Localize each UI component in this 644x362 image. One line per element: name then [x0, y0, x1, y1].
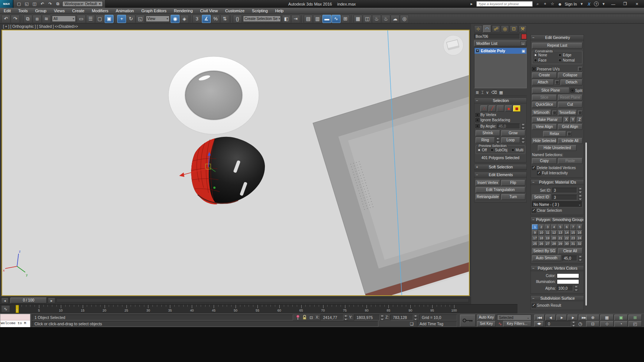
vertex-color-swatch[interactable]: [557, 273, 579, 278]
next-frame-button[interactable]: |▶: [568, 315, 578, 320]
listener-line[interactable]: Welcome to M: [0, 320, 30, 327]
frame-field-spinner[interactable]: [572, 321, 576, 327]
full-interactivity-checkbox[interactable]: [537, 171, 541, 175]
smoothing-group-32[interactable]: 32: [576, 241, 582, 246]
play-animation-button[interactable]: ▶: [556, 315, 567, 320]
smoothing-group-5[interactable]: 5: [558, 224, 564, 230]
render-in-cloud-icon[interactable]: ☁: [391, 15, 400, 23]
smoothing-group-25[interactable]: 25: [532, 241, 538, 246]
object-name-field[interactable]: Box706: [474, 34, 520, 39]
smoothing-group-20[interactable]: 20: [551, 236, 557, 241]
select-by-sg-button[interactable]: Select By SG: [532, 248, 557, 254]
named-selection-sets-dropdown[interactable]: Create Selection Se▾: [243, 16, 281, 22]
delete-isolated-vertices-checkbox[interactable]: [532, 166, 536, 170]
zoom-extents-all-button[interactable]: ⊞: [628, 315, 642, 320]
hide-selected-button[interactable]: Hide Selected: [532, 138, 557, 144]
shrink-button[interactable]: Shrink: [476, 130, 500, 136]
tab-create[interactable]: ⊹: [474, 25, 482, 33]
spinner-snap-toggle-icon[interactable]: ⇅: [220, 15, 229, 23]
smoothing-group-19[interactable]: 19: [545, 236, 551, 241]
macro-recorder-line[interactable]: [0, 314, 30, 320]
clear-selection-checkbox[interactable]: [532, 209, 536, 213]
preview-multi-radio[interactable]: [511, 148, 515, 152]
configure-modifier-sets-icon[interactable]: ▦: [499, 90, 503, 95]
retriangulate-button[interactable]: Retriangulate: [476, 194, 500, 200]
set-id-field[interactable]: 3: [552, 188, 577, 193]
view-align-button[interactable]: View Align: [532, 124, 557, 130]
chevron-down-icon[interactable]: ▾: [601, 1, 606, 6]
ignore-backfacing-checkbox[interactable]: [476, 118, 479, 122]
smoothing-group-2[interactable]: 2: [538, 224, 544, 230]
turn-button[interactable]: Turn: [501, 194, 526, 200]
menu-graph-editors[interactable]: Graph Editors: [138, 8, 170, 14]
tab-utilities[interactable]: ⚒: [519, 25, 527, 33]
y-coordinate-spinner[interactable]: [380, 315, 384, 320]
rollout-header-selection[interactable]: Selection: [474, 98, 526, 103]
rollout-header-smoothing-groups[interactable]: Polygon: Smoothing Groups: [531, 217, 584, 223]
set-key-button[interactable]: Set Key: [477, 321, 496, 327]
rollout-header-soft-selection[interactable]: Soft Selection: [474, 164, 526, 170]
use-pivot-point-center-icon[interactable]: ◉: [171, 15, 180, 23]
tab-motion[interactable]: ◎: [501, 25, 509, 33]
smoothing-group-16[interactable]: 16: [576, 230, 582, 235]
selection-lock-icon[interactable]: [302, 315, 308, 320]
material-name-dropdown[interactable]: No Name - ( 3 ) ⌄: [532, 201, 582, 207]
modifier-list-dropdown[interactable]: Modifier List ⌄: [474, 40, 527, 46]
smoothing-group-24[interactable]: 24: [576, 236, 582, 241]
smoothing-group-22[interactable]: 22: [564, 236, 570, 241]
project-folder-icon[interactable]: ⧉: [55, 1, 61, 7]
user-icon[interactable]: ☻: [557, 2, 562, 6]
menu-rendering[interactable]: Rendering: [170, 8, 197, 14]
close-button[interactable]: ×: [632, 1, 642, 7]
rollout-header-edit-geometry[interactable]: Edit Geometry: [531, 35, 584, 40]
selection-filter-dropdown[interactable]: All▾: [52, 16, 76, 22]
communication-center-icon[interactable]: ⌖: [542, 1, 548, 6]
toggle-layer-explorer-icon[interactable]: ▥: [313, 15, 322, 23]
render-production-icon[interactable]: ♨: [372, 15, 381, 23]
maxscript-mini-listener[interactable]: Welcome to M: [0, 314, 30, 328]
edit-triangulation-button[interactable]: Edit Triangulation: [476, 187, 525, 193]
workspace-dropdown[interactable]: Workspace: Default ▾: [62, 1, 103, 7]
render-setup-icon[interactable]: ▦: [354, 15, 362, 23]
relax-settings-button[interactable]: [567, 132, 572, 136]
menu-modifiers[interactable]: Modifiers: [88, 8, 112, 14]
curve-editor-icon[interactable]: ∿: [332, 15, 341, 23]
schematic-view-icon[interactable]: ⊞: [341, 15, 350, 23]
rollout-header-vertex-colors[interactable]: Polygon: Vertex Colors: [531, 266, 584, 271]
detach-button[interactable]: Detach: [561, 79, 582, 85]
copy-button[interactable]: Copy: [532, 158, 557, 164]
menu-customize[interactable]: Customize: [221, 8, 248, 14]
help-icon[interactable]: ?: [594, 1, 599, 6]
flip-button[interactable]: Flip: [501, 180, 526, 186]
menu-civil-view[interactable]: Civil View: [197, 8, 221, 14]
track-bar[interactable]: [56, 298, 469, 302]
smoothing-group-12[interactable]: 12: [551, 230, 557, 235]
select-object-icon[interactable]: ▭: [77, 15, 86, 23]
tab-hierarchy[interactable]: ☍: [492, 25, 500, 33]
smoothing-group-23[interactable]: 23: [570, 236, 576, 241]
by-vertex-checkbox[interactable]: [476, 113, 479, 117]
preview-off-radio[interactable]: [477, 148, 481, 152]
alpha-spinner[interactable]: [574, 285, 578, 291]
subobject-polygon-icon[interactable]: ■: [505, 105, 512, 112]
set-keys-button[interactable]: [460, 315, 476, 327]
save-file-icon[interactable]: ◫: [31, 1, 38, 7]
insert-vertex-button[interactable]: Insert Vertex: [476, 180, 500, 186]
rectangular-selection-region-icon[interactable]: ▢: [95, 15, 104, 23]
slice-button[interactable]: Slice: [532, 95, 557, 101]
undo-quick-icon[interactable]: ↶: [39, 1, 46, 7]
smoothing-group-26[interactable]: 26: [538, 241, 544, 246]
tessellate-settings-button[interactable]: [578, 111, 582, 115]
open-mini-curve-editor-button[interactable]: ∿: [1, 305, 10, 313]
quickslice-button[interactable]: QuickSlice: [532, 102, 557, 108]
toggle-scene-explorer-icon[interactable]: ▤: [304, 15, 313, 23]
pin-stack-icon[interactable]: ≣: [476, 90, 479, 95]
auto-key-button[interactable]: Auto Key: [477, 315, 496, 320]
smoothing-group-31[interactable]: 31: [570, 241, 576, 246]
smoothing-group-30[interactable]: 30: [564, 241, 570, 246]
menu-create[interactable]: Create: [68, 8, 88, 14]
subobject-element-icon[interactable]: ◼: [513, 105, 520, 112]
by-angle-spinner[interactable]: [521, 123, 525, 129]
orbit-button[interactable]: ◔: [614, 321, 628, 327]
select-and-rotate-icon[interactable]: ↻: [126, 15, 135, 23]
